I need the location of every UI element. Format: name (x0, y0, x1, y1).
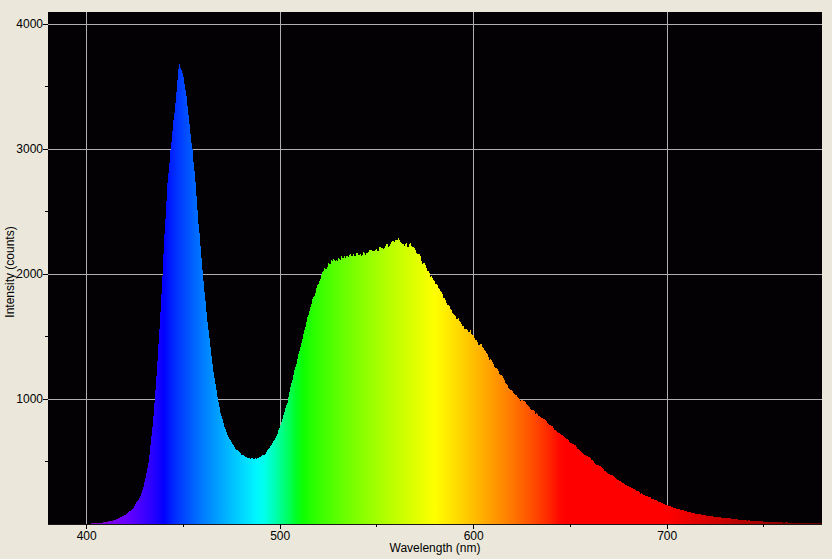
spectrometer-chart: Intensity (counts) Wavelength (nm) 1000 … (0, 0, 832, 559)
chart-canvas (0, 0, 832, 559)
x-tick-label: 500 (270, 529, 290, 543)
x-tick-label: 700 (657, 529, 677, 543)
y-tick-label: 4000 (16, 17, 43, 31)
x-axis-title: Wavelength (nm) (390, 541, 481, 555)
y-tick-label: 1000 (16, 392, 43, 406)
y-tick-label: 2000 (16, 267, 43, 281)
y-axis-title: Intensity (counts) (3, 226, 17, 317)
x-tick-label: 600 (464, 529, 484, 543)
y-tick-label: 3000 (16, 142, 43, 156)
x-tick-label: 400 (77, 529, 97, 543)
